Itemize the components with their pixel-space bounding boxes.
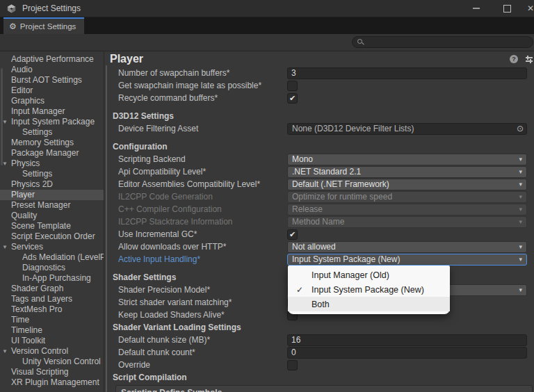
sidebar-item-graphics[interactable]: Graphics bbox=[0, 96, 104, 106]
sidebar-item-editor[interactable]: Editor bbox=[0, 85, 104, 96]
sidebar-item-version-control[interactable]: ▼Version Control bbox=[0, 346, 104, 357]
row-label: Editor Assemblies Compatibility Level* bbox=[118, 179, 287, 189]
sidebar-item-label: Timeline bbox=[11, 325, 42, 335]
sidebar-item-label: UI Toolkit bbox=[11, 336, 45, 345]
text-field[interactable]: 3 bbox=[287, 67, 527, 79]
sidebar-item-label: Shader Graph bbox=[11, 284, 63, 293]
checkbox[interactable]: ✔ bbox=[287, 360, 298, 370]
row-label: Shader Precision Model* bbox=[118, 285, 287, 295]
checkbox[interactable]: ✔ bbox=[287, 93, 298, 104]
sidebar-item-adaptive-performance[interactable]: Adaptive Performance bbox=[0, 54, 104, 65]
dropdown-field[interactable]: Default (.NET Framework)▾ bbox=[287, 179, 527, 190]
checkbox[interactable]: ✔ bbox=[287, 81, 298, 91]
sidebar-item-input-manager[interactable]: Input Manager bbox=[0, 106, 104, 117]
sidebar-item-time[interactable]: Time bbox=[0, 315, 104, 325]
settings-rows: Number of swapchain buffers*3Get swapcha… bbox=[104, 67, 534, 392]
content-scrollbar[interactable] bbox=[106, 65, 107, 392]
close-button[interactable]: ✕ bbox=[527, 0, 534, 17]
sidebar-item-shader-graph[interactable]: Shader Graph bbox=[0, 284, 104, 294]
sidebar-item-ui-toolkit[interactable]: UI Toolkit bbox=[0, 336, 104, 346]
minimize-button[interactable] bbox=[464, 0, 488, 17]
sidebar-item-label: Diagnostics bbox=[22, 263, 65, 272]
dropdown-field[interactable]: Mono▾ bbox=[287, 154, 527, 165]
sidebar-item-label: Player bbox=[11, 190, 35, 199]
text-field[interactable]: 16 bbox=[287, 334, 527, 346]
sidebar-item-audio[interactable]: Audio bbox=[0, 65, 104, 75]
gear-icon: ⚙ bbox=[9, 22, 17, 31]
row-label: IL2CPP Code Generation bbox=[118, 192, 287, 202]
help-icon[interactable]: ? bbox=[510, 55, 518, 63]
sidebar-item-tags-and-layers[interactable]: Tags and Layers bbox=[0, 294, 104, 304]
popup-check-icon: ✓ bbox=[288, 285, 312, 295]
sidebar-item-settings[interactable]: Settings bbox=[0, 169, 104, 179]
sidebar-item-physics-2d[interactable]: Physics 2D bbox=[0, 179, 104, 190]
sidebar-item-services[interactable]: ▼Services bbox=[0, 242, 104, 252]
dropdown-value: Optimize for runtime speed bbox=[292, 192, 392, 202]
sidebar-item-player[interactable]: Player bbox=[0, 190, 104, 200]
dropdown-value: Default (.NET Framework) bbox=[292, 179, 389, 190]
sidebar-item-label: Audio bbox=[11, 65, 33, 74]
row-label: Scripting Backend bbox=[118, 154, 287, 164]
sidebar-item-package-manager[interactable]: Package Manager bbox=[0, 148, 104, 158]
dropdown-field: Method Name▾ bbox=[287, 216, 527, 228]
row-label: Keep Loaded Shaders Alive* bbox=[118, 310, 287, 320]
foldout-icon[interactable]: ▼ bbox=[2, 346, 8, 357]
minimize-icon bbox=[473, 8, 480, 9]
checkbox[interactable]: ✔ bbox=[287, 229, 298, 240]
dropdown-arrow-icon: ▾ bbox=[519, 168, 522, 175]
dropdown-value: Not allowed bbox=[292, 242, 336, 252]
sidebar-item-input-system-package[interactable]: ▼Input System Package bbox=[0, 117, 104, 127]
sidebar-item-label: Package Manager bbox=[11, 148, 79, 158]
sidebar-item-visual-scripting[interactable]: Visual Scripting bbox=[0, 367, 104, 377]
sidebar-item-burst-aot-settings[interactable]: Burst AOT Settings bbox=[0, 75, 104, 85]
settings-row: IL2CPP Stacktrace InformationMethod Name… bbox=[118, 215, 527, 228]
text-field[interactable]: 0 bbox=[287, 347, 527, 359]
maximize-button[interactable] bbox=[495, 0, 519, 17]
sidebar-item-preset-manager[interactable]: Preset Manager bbox=[0, 200, 104, 211]
sidebar-item-scene-template[interactable]: Scene Template bbox=[0, 221, 104, 231]
foldout-icon[interactable]: ▼ bbox=[2, 117, 8, 127]
row-label: Get swapchain image late as possible* bbox=[118, 81, 287, 90]
sidebar-item-settings[interactable]: Settings bbox=[0, 127, 104, 138]
row-label: Recycle command buffers* bbox=[118, 93, 287, 103]
row-label: Default chunk size (MB)* bbox=[118, 335, 287, 345]
foldout-icon[interactable]: ▼ bbox=[2, 242, 8, 252]
search-input[interactable] bbox=[364, 36, 533, 48]
sidebar-item-script-execution-order[interactable]: Script Execution Order bbox=[0, 231, 104, 242]
unity-logo-icon bbox=[6, 3, 17, 14]
sidebar-item-ads-mediation-levelplay-[interactable]: Ads Mediation (LevelPlay) bbox=[0, 252, 104, 263]
sidebar-item-xr-plugin-management[interactable]: XR Plugin Management bbox=[0, 377, 104, 388]
sidebar-item-label: Version Control bbox=[11, 346, 68, 356]
page-header: Player ? bbox=[104, 51, 534, 67]
object-field[interactable]: None (D3D12 Device Filter Lists)⊙ bbox=[287, 123, 527, 135]
sidebar-item-timeline[interactable]: Timeline bbox=[0, 325, 104, 336]
presets-icon[interactable] bbox=[525, 55, 533, 63]
check-icon: ✔ bbox=[289, 95, 296, 102]
sidebar-item-label: Unity Version Control bbox=[22, 357, 101, 366]
foldout-icon[interactable]: ▼ bbox=[2, 158, 8, 169]
sidebar-item-diagnostics[interactable]: Diagnostics bbox=[0, 263, 104, 273]
unity-project-settings-window: { "window": {"title": "Project Settings"… bbox=[0, 0, 534, 392]
sidebar-item-textmesh-pro[interactable]: TextMesh Pro bbox=[0, 304, 104, 315]
row-label: Strict shader variant matching* bbox=[118, 297, 287, 307]
sidebar-item-memory-settings[interactable]: Memory Settings bbox=[0, 138, 104, 148]
settings-sidebar: Adaptive PerformanceAudioBurst AOT Setti… bbox=[0, 51, 104, 392]
popup-item[interactable]: Both bbox=[288, 297, 450, 311]
check-icon: ✔ bbox=[289, 231, 296, 238]
dropdown-field[interactable]: Not allowed▾ bbox=[287, 241, 527, 253]
sidebar-item-in-app-purchasing[interactable]: In-App Purchasing bbox=[0, 273, 104, 284]
search-bar[interactable] bbox=[352, 36, 533, 48]
sidebar-item-physics[interactable]: ▼Physics bbox=[0, 158, 104, 169]
popup-item[interactable]: Input Manager (Old) bbox=[288, 268, 450, 282]
sidebar-item-unity-version-control[interactable]: Unity Version Control bbox=[0, 357, 104, 367]
popup-item[interactable]: ✓Input System Package (New) bbox=[288, 282, 450, 297]
dropdown-field[interactable]: Input System Package (New)▾ bbox=[287, 254, 527, 266]
dropdown-field[interactable]: .NET Standard 2.1▾ bbox=[287, 166, 527, 178]
sidebar-item-quality[interactable]: Quality bbox=[0, 211, 104, 221]
settings-row: Default chunk size (MB)*16 bbox=[118, 334, 527, 346]
settings-row: C++ Compiler ConfigurationRelease▾ bbox=[118, 203, 527, 215]
page-title: Player bbox=[110, 53, 143, 65]
object-picker-icon[interactable]: ⊙ bbox=[517, 124, 524, 133]
dropdown-field: Optimize for runtime speed▾ bbox=[287, 191, 527, 203]
tab-project-settings[interactable]: ⚙ Project Settings bbox=[3, 17, 84, 34]
